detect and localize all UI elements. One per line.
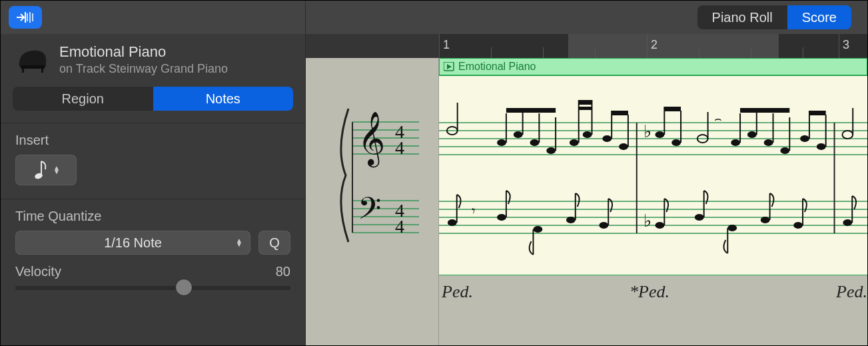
editor-mode-tabs: Piano Roll Score bbox=[697, 5, 851, 29]
svg-point-70 bbox=[780, 147, 789, 154]
svg-text:⌢: ⌢ bbox=[714, 112, 722, 125]
cycle-range[interactable] bbox=[568, 34, 779, 58]
score-editor: Piano Roll Score 1 2 3 bbox=[306, 1, 867, 345]
svg-point-87 bbox=[566, 217, 576, 223]
inspector-sidebar: Emotional Piano on Track Steinway Grand … bbox=[1, 1, 306, 345]
svg-point-89 bbox=[599, 222, 608, 229]
region-name: Emotional Piano bbox=[458, 61, 536, 73]
svg-point-58 bbox=[671, 139, 681, 146]
catch-playhead-icon bbox=[15, 11, 35, 24]
svg-rect-1 bbox=[21, 65, 45, 69]
velocity-slider[interactable] bbox=[15, 286, 290, 290]
time-quantize-label: Time Quantize bbox=[15, 209, 290, 224]
insert-note-value-popup[interactable]: ▲▼ bbox=[15, 155, 77, 185]
region-header[interactable]: Emotional Piano bbox=[439, 58, 867, 75]
svg-point-83 bbox=[497, 214, 506, 221]
score-main-area[interactable]: Emotional Piano bbox=[439, 58, 867, 345]
svg-point-50 bbox=[602, 135, 612, 142]
svg-point-52 bbox=[619, 143, 628, 150]
bar-number: 2 bbox=[651, 38, 657, 52]
tab-notes[interactable]: Notes bbox=[153, 87, 294, 111]
svg-rect-2 bbox=[22, 69, 24, 73]
svg-point-46 bbox=[583, 131, 592, 138]
svg-point-73 bbox=[800, 135, 809, 142]
svg-rect-3 bbox=[41, 69, 43, 73]
svg-rect-48 bbox=[579, 100, 592, 105]
play-icon bbox=[444, 62, 454, 71]
svg-rect-72 bbox=[740, 108, 789, 113]
bass-clef-icon: 𝄢 bbox=[358, 192, 381, 233]
svg-point-68 bbox=[764, 139, 773, 146]
svg-point-61 bbox=[697, 135, 708, 143]
treble-clef-icon: 𝄞 bbox=[358, 112, 385, 168]
svg-point-94 bbox=[695, 214, 704, 221]
sidebar-header bbox=[1, 1, 305, 34]
track-info: Emotional Piano on Track Steinway Grand … bbox=[1, 34, 305, 83]
stepper-icon: ▲▼ bbox=[236, 239, 242, 247]
svg-point-78 bbox=[842, 131, 853, 139]
svg-rect-54 bbox=[612, 111, 628, 115]
svg-rect-60 bbox=[664, 107, 681, 111]
velocity-value: 80 bbox=[276, 264, 290, 279]
pedal-marking: Ped. bbox=[836, 282, 867, 302]
svg-point-100 bbox=[793, 222, 803, 229]
quantize-section: Time Quantize 1/16 Note ▲▼ Q bbox=[1, 199, 305, 255]
svg-text:4: 4 bbox=[395, 216, 404, 237]
svg-point-80 bbox=[448, 219, 457, 226]
velocity-row: Velocity 80 bbox=[1, 255, 305, 279]
svg-point-92 bbox=[655, 222, 664, 229]
svg-rect-0 bbox=[25, 12, 26, 23]
svg-rect-77 bbox=[809, 111, 826, 115]
time-quantize-value: 1/16 Note bbox=[104, 235, 162, 251]
svg-point-44 bbox=[570, 139, 579, 146]
insert-label: Insert bbox=[15, 133, 290, 148]
tab-region[interactable]: Region bbox=[13, 87, 153, 111]
svg-point-66 bbox=[747, 131, 757, 138]
svg-point-64 bbox=[731, 139, 740, 146]
bar-number: 3 bbox=[843, 38, 849, 52]
svg-text:4: 4 bbox=[395, 137, 404, 158]
track-title: Emotional Piano bbox=[59, 43, 228, 61]
editor-header: Piano Roll Score bbox=[306, 1, 867, 34]
score-left-gutter: 𝄞 𝄢 4 4 4 4 bbox=[306, 58, 439, 345]
velocity-label: Velocity bbox=[15, 264, 61, 279]
svg-point-102 bbox=[843, 219, 852, 226]
catch-playhead-button[interactable] bbox=[9, 6, 42, 29]
svg-point-35 bbox=[497, 139, 506, 146]
pedal-marking: Ped. bbox=[442, 282, 473, 302]
svg-point-39 bbox=[530, 139, 540, 146]
velocity-slider-thumb[interactable] bbox=[175, 279, 193, 296]
inspector-tabs: Region Notes bbox=[13, 87, 293, 111]
svg-point-75 bbox=[817, 143, 826, 150]
pedal-marking: *Ped. bbox=[630, 282, 669, 302]
score-canvas[interactable]: ♭ ⌢ bbox=[439, 75, 867, 275]
svg-point-41 bbox=[546, 147, 556, 154]
bar-ruler[interactable]: 1 2 3 bbox=[439, 34, 867, 58]
svg-rect-43 bbox=[506, 108, 556, 113]
tab-piano-roll[interactable]: Piano Roll bbox=[697, 5, 787, 29]
svg-text:𝄾: 𝄾 bbox=[472, 208, 476, 214]
grand-piano-icon bbox=[17, 47, 49, 73]
svg-point-98 bbox=[761, 217, 770, 223]
svg-text:♭: ♭ bbox=[644, 211, 651, 231]
quantize-button[interactable]: Q bbox=[258, 231, 290, 255]
grand-staff-header: 𝄞 𝄢 4 4 4 4 bbox=[306, 75, 419, 275]
bar-number: 1 bbox=[443, 38, 450, 52]
svg-point-33 bbox=[447, 127, 458, 135]
stepper-icon: ▲▼ bbox=[53, 166, 60, 174]
tab-score[interactable]: Score bbox=[787, 5, 851, 29]
svg-text:♭: ♭ bbox=[644, 122, 651, 141]
time-quantize-popup[interactable]: 1/16 Note ▲▼ bbox=[15, 231, 250, 255]
svg-point-85 bbox=[533, 226, 542, 233]
eighth-note-icon bbox=[32, 159, 49, 181]
insert-section: Insert ▲▼ bbox=[1, 123, 305, 185]
svg-point-37 bbox=[514, 131, 523, 138]
svg-point-56 bbox=[655, 131, 664, 138]
svg-rect-49 bbox=[579, 107, 592, 110]
track-subtitle: on Track Steinway Grand Piano bbox=[59, 62, 228, 76]
svg-point-96 bbox=[727, 225, 737, 231]
